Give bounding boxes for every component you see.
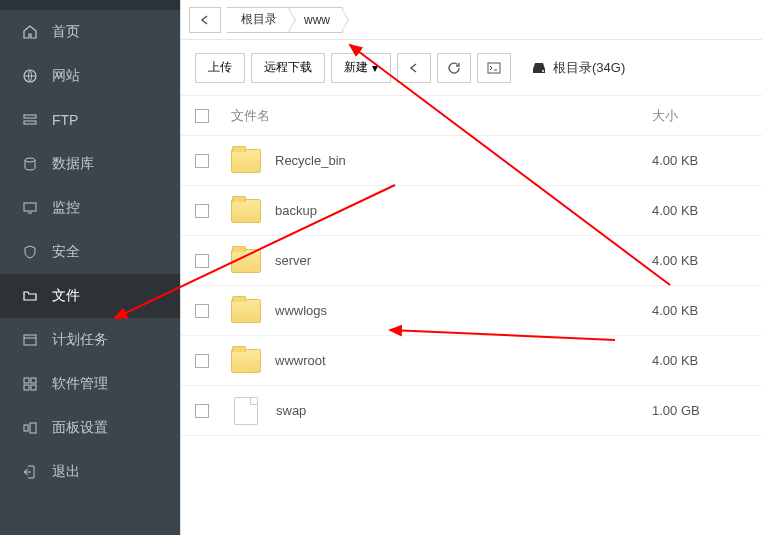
row-checkbox[interactable] — [195, 204, 209, 218]
disk-icon — [531, 61, 547, 75]
folder-icon — [231, 249, 261, 273]
svg-rect-10 — [24, 425, 28, 431]
table-row[interactable]: server 4.00 KB — [181, 236, 762, 286]
refresh-button[interactable] — [437, 53, 471, 83]
sidebar-item-logout[interactable]: 退出 — [0, 450, 180, 494]
file-size: 4.00 KB — [652, 303, 762, 318]
svg-rect-6 — [24, 378, 29, 383]
breadcrumb-label: www — [304, 13, 330, 27]
arrow-left-icon — [199, 14, 211, 26]
grid-icon — [22, 376, 38, 392]
file-icon — [234, 397, 258, 425]
ftp-icon — [22, 112, 38, 128]
svg-rect-12 — [488, 63, 500, 73]
table-row[interactable]: swap 1.00 GB — [181, 386, 762, 436]
folder-icon — [231, 349, 261, 373]
sidebar-item-label: 文件 — [52, 287, 80, 305]
terminal-button[interactable] — [477, 53, 511, 83]
svg-rect-4 — [24, 203, 36, 211]
sidebar-item-label: 首页 — [52, 23, 80, 41]
file-name: swap — [276, 403, 306, 418]
file-size: 4.00 KB — [652, 203, 762, 218]
sidebar-header — [0, 0, 180, 10]
back-button[interactable] — [397, 53, 431, 83]
disk-info: 根目录(34G) — [531, 59, 625, 77]
toolbar: 上传 远程下载 新建▾ 根目录(34G) — [181, 40, 762, 96]
arrow-left-icon — [408, 62, 420, 74]
sidebar-item-software[interactable]: 软件管理 — [0, 362, 180, 406]
breadcrumb-www[interactable]: www — [290, 7, 343, 33]
sidebar-item-monitor[interactable]: 监控 — [0, 186, 180, 230]
sidebar-item-label: 监控 — [52, 199, 80, 217]
file-name: server — [275, 253, 311, 268]
svg-rect-2 — [24, 121, 36, 124]
breadcrumb: 根目录 www — [181, 0, 762, 40]
main-panel: 根目录 www 上传 远程下载 新建▾ 根目录(34G) 文件名 大小 Recy… — [180, 0, 762, 535]
row-checkbox[interactable] — [195, 254, 209, 268]
sidebar-item-files[interactable]: 文件 — [0, 274, 180, 318]
sidebar-item-ftp[interactable]: FTP — [0, 98, 180, 142]
disk-label: 根目录(34G) — [553, 59, 625, 77]
upload-button[interactable]: 上传 — [195, 53, 245, 83]
remote-download-button[interactable]: 远程下载 — [251, 53, 325, 83]
svg-rect-11 — [30, 423, 36, 433]
table-row[interactable]: wwwroot 4.00 KB — [181, 336, 762, 386]
file-size: 4.00 KB — [652, 253, 762, 268]
row-checkbox[interactable] — [195, 154, 209, 168]
caret-down-icon: ▾ — [372, 61, 378, 75]
sidebar-item-database[interactable]: 数据库 — [0, 142, 180, 186]
globe-icon — [22, 68, 38, 84]
row-checkbox[interactable] — [195, 304, 209, 318]
calendar-icon — [22, 332, 38, 348]
shield-icon — [22, 244, 38, 260]
sidebar-item-security[interactable]: 安全 — [0, 230, 180, 274]
svg-point-13 — [542, 70, 544, 72]
file-name: wwwroot — [275, 353, 326, 368]
row-checkbox[interactable] — [195, 354, 209, 368]
folder-icon — [231, 299, 261, 323]
settings-icon — [22, 420, 38, 436]
sidebar-item-label: 计划任务 — [52, 331, 108, 349]
folder-icon — [231, 199, 261, 223]
sidebar-item-label: 退出 — [52, 463, 80, 481]
file-size: 4.00 KB — [652, 153, 762, 168]
sidebar-item-home[interactable]: 首页 — [0, 10, 180, 54]
file-size: 1.00 GB — [652, 403, 762, 418]
column-header-size[interactable]: 大小 — [652, 107, 762, 125]
sidebar-item-settings[interactable]: 面板设置 — [0, 406, 180, 450]
file-name: wwwlogs — [275, 303, 327, 318]
monitor-icon — [22, 200, 38, 216]
row-checkbox[interactable] — [195, 404, 209, 418]
file-name: Recycle_bin — [275, 153, 346, 168]
breadcrumb-label: 根目录 — [241, 11, 277, 28]
sidebar-item-website[interactable]: 网站 — [0, 54, 180, 98]
sidebar-item-cron[interactable]: 计划任务 — [0, 318, 180, 362]
sidebar-item-label: FTP — [52, 112, 78, 128]
terminal-icon — [487, 61, 501, 75]
sidebar-item-label: 数据库 — [52, 155, 94, 173]
svg-rect-5 — [24, 335, 36, 345]
file-list: Recycle_bin 4.00 KB backup 4.00 KB serve… — [181, 136, 762, 436]
sidebar-item-label: 软件管理 — [52, 375, 108, 393]
file-size: 4.00 KB — [652, 353, 762, 368]
file-name: backup — [275, 203, 317, 218]
svg-point-3 — [25, 158, 35, 162]
database-icon — [22, 156, 38, 172]
table-row[interactable]: wwwlogs 4.00 KB — [181, 286, 762, 336]
sidebar-item-label: 网站 — [52, 67, 80, 85]
breadcrumb-back-button[interactable] — [189, 7, 221, 33]
select-all-checkbox[interactable] — [195, 109, 209, 123]
sidebar-item-label: 面板设置 — [52, 419, 108, 437]
table-row[interactable]: Recycle_bin 4.00 KB — [181, 136, 762, 186]
column-header-name[interactable]: 文件名 — [231, 107, 652, 125]
sidebar: 首页 网站 FTP 数据库 监控 安全 文件 计划任务 软件管理 面板设置 退出 — [0, 0, 180, 535]
svg-rect-1 — [24, 115, 36, 118]
logout-icon — [22, 464, 38, 480]
table-row[interactable]: backup 4.00 KB — [181, 186, 762, 236]
create-button[interactable]: 新建▾ — [331, 53, 391, 83]
svg-rect-8 — [24, 385, 29, 390]
breadcrumb-root[interactable]: 根目录 — [227, 7, 290, 33]
home-icon — [22, 24, 38, 40]
folder-icon — [22, 288, 38, 304]
sidebar-item-label: 安全 — [52, 243, 80, 261]
